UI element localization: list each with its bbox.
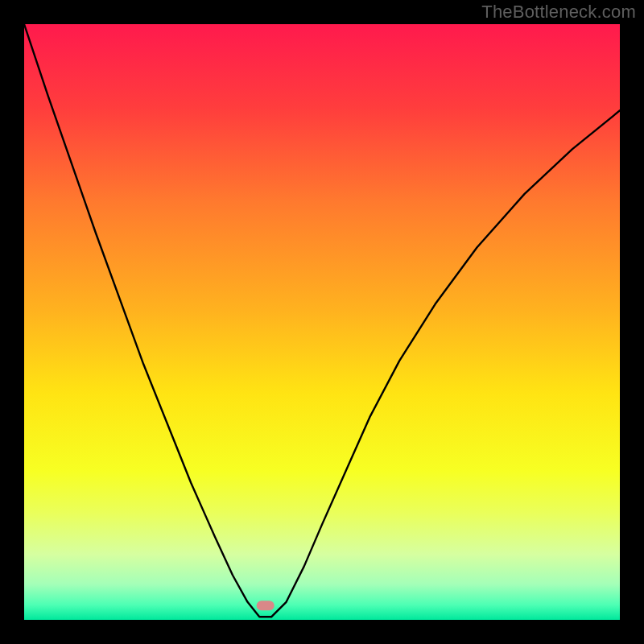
optimal-marker [257,601,275,610]
gradient-background [24,24,620,620]
watermark-text: TheBottleneck.com [481,2,636,23]
chart-frame: TheBottleneck.com [0,0,644,644]
plot-area [24,24,620,620]
chart-svg [24,24,620,620]
